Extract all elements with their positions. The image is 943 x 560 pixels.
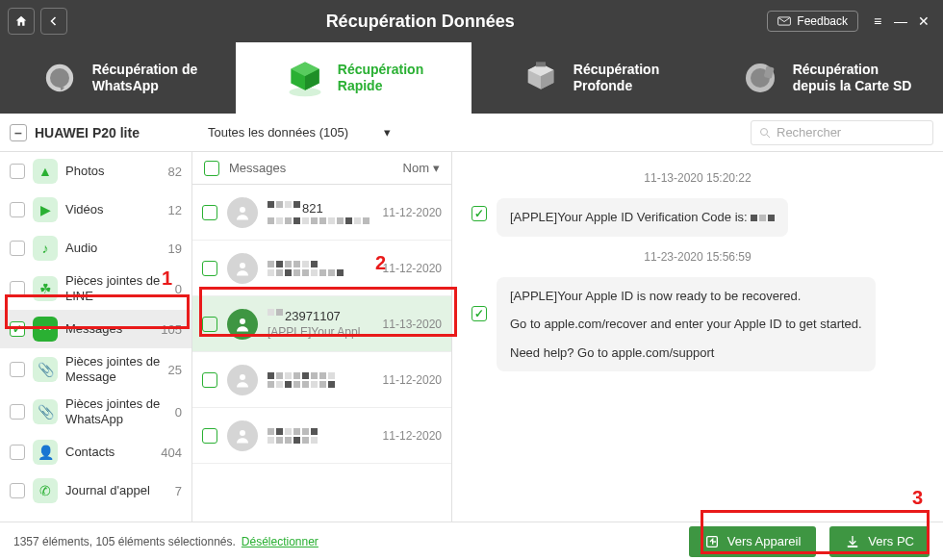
checkbox[interactable] — [10, 483, 25, 498]
cube-quick-icon — [284, 57, 326, 99]
sidebar-item-photos[interactable]: ▲ Photos 82 — [0, 152, 191, 191]
close-button[interactable]: ✕ — [914, 13, 933, 29]
toolbar: – HUAWEI P20 lite Toutes les données (10… — [0, 114, 943, 152]
sd-card-icon — [739, 57, 781, 99]
chevron-down-icon: ▾ — [384, 125, 391, 140]
thread-row[interactable]: 23971107 [APPLE]Your Apple ID i... 11-13… — [192, 296, 451, 352]
sidebar-item-call-log[interactable]: ✆ Journal d'appel 7 — [0, 471, 191, 510]
checkbox[interactable] — [10, 202, 25, 217]
preview-pane: 11-13-2020 15:20:22 [APPLE]Your Apple ID… — [452, 152, 943, 522]
chat-icon — [38, 57, 81, 99]
message-row[interactable]: [APPLE]Your Apple ID Verification Code i… — [472, 198, 924, 237]
sidebar-item-count: 12 — [168, 203, 182, 217]
thread-row[interactable]: 11-12-2020 — [192, 408, 451, 464]
avatar — [227, 365, 258, 395]
checkbox[interactable] — [202, 205, 217, 220]
mode-tabs: Récupération de WhatsApp Récupération Ra… — [0, 42, 943, 114]
mode-label: Récupération Profonde — [573, 62, 659, 95]
checkbox[interactable] — [10, 445, 25, 460]
thread-number — [268, 372, 373, 379]
checkbox[interactable] — [202, 372, 217, 388]
thread-number: 23971107 — [268, 309, 373, 323]
sidebar-item-count: 105 — [161, 322, 182, 337]
thread-number — [268, 428, 373, 435]
sidebar-item-count: 404 — [161, 445, 182, 460]
mode-label: Récupération de WhatsApp — [92, 62, 198, 95]
checkbox[interactable] — [202, 317, 217, 332]
thread-row[interactable]: 11-12-2020 — [192, 241, 451, 296]
collapse-icon: – — [10, 124, 27, 141]
sidebar-item-label: Pièces jointes de Message — [65, 354, 161, 384]
select-all-checkbox[interactable] — [204, 161, 219, 176]
sidebar-item-count: 82 — [168, 165, 182, 179]
search-input[interactable]: Rechercher — [751, 120, 933, 145]
back-button[interactable] — [40, 8, 67, 35]
svg-line-15 — [767, 135, 770, 138]
phone-icon: ✆ — [33, 478, 58, 503]
checkbox[interactable] — [472, 306, 487, 321]
checkbox[interactable] — [10, 321, 25, 337]
sidebar-item-label: Vidéos — [65, 202, 161, 217]
sidebar-item-message-attachments[interactable]: 📎 Pièces jointes de Message 25 — [0, 348, 191, 391]
message-row[interactable]: [APPLE]Your Apple ID is now ready to be … — [472, 277, 924, 372]
avatar — [227, 253, 258, 284]
svg-point-18 — [240, 318, 245, 324]
to-pc-button[interactable]: Vers PC — [829, 526, 930, 557]
checkbox[interactable] — [10, 281, 25, 296]
sidebar-item-label: Pièces jointes de WhatsApp — [65, 396, 167, 426]
thread-list: Messages Nom ▾ 821 11-12-2020 — [192, 152, 452, 522]
thread-number — [268, 261, 373, 267]
svg-rect-10 — [536, 62, 546, 66]
search-placeholder: Rechercher — [777, 125, 841, 140]
thread-preview — [268, 437, 373, 444]
checkbox[interactable] — [10, 404, 25, 420]
svg-point-19 — [240, 374, 245, 380]
sort-label[interactable]: Nom — [403, 161, 429, 175]
checkbox[interactable] — [202, 261, 217, 276]
checkbox[interactable] — [202, 428, 217, 444]
thread-preview — [268, 381, 373, 388]
sidebar-item-label: Audio — [65, 241, 161, 256]
svg-rect-23 — [848, 546, 858, 547]
minimize-button[interactable]: — — [891, 13, 910, 29]
mode-deep[interactable]: Récupération Profonde — [472, 42, 707, 114]
menu-button[interactable]: ≡ — [868, 13, 887, 29]
export-device-icon — [704, 534, 720, 549]
sidebar-item-whatsapp-attachments[interactable]: 📎 Pièces jointes de WhatsApp 0 — [0, 391, 191, 433]
checkbox[interactable] — [472, 206, 487, 221]
contact-icon: 👤 — [33, 440, 58, 465]
home-icon — [14, 14, 28, 28]
thread-row[interactable]: 11-12-2020 — [192, 352, 451, 408]
mode-label: Récupération Rapide — [338, 62, 423, 95]
checkbox[interactable] — [10, 164, 25, 179]
sidebar-item-audio[interactable]: ♪ Audio 19 — [0, 229, 191, 267]
feedback-button[interactable]: Feedback — [767, 11, 858, 32]
filter-dropdown[interactable]: Toutes les données (105) ▾ — [208, 125, 391, 140]
thread-row[interactable]: 821 11-12-2020 — [192, 185, 451, 241]
line-icon: ☘ — [33, 276, 58, 301]
checkbox[interactable] — [10, 362, 25, 377]
annotation-number-3: 3 — [912, 487, 923, 509]
sidebar-item-contacts[interactable]: 👤 Contacts 404 — [0, 433, 191, 471]
sidebar-item-videos[interactable]: ▶ Vidéos 12 — [0, 191, 191, 229]
deselect-link[interactable]: Désélectionner — [242, 535, 319, 548]
message-icon: ⋯ — [33, 317, 58, 342]
chevron-down-icon: ▾ — [433, 161, 440, 175]
mode-sd[interactable]: Récupération depuis la Carte SD — [707, 42, 943, 114]
home-button[interactable] — [8, 8, 35, 35]
svg-point-20 — [240, 430, 245, 436]
sidebar-item-messages[interactable]: ⋯ Messages 105 — [0, 310, 191, 348]
to-device-button[interactable]: Vers Appareil — [689, 526, 817, 557]
mode-quick[interactable]: Récupération Rapide — [236, 42, 472, 114]
sidebar-item-count: 19 — [168, 242, 182, 256]
thread-preview: [APPLE]Your Apple ID i... — [268, 325, 373, 339]
checkbox[interactable] — [10, 241, 25, 256]
video-icon: ▶ — [33, 197, 58, 222]
device-selector[interactable]: – HUAWEI P20 lite — [10, 124, 192, 141]
sidebar: ▲ Photos 82 ▶ Vidéos 12 ♪ Audio 19 ☘ Piè… — [0, 152, 192, 522]
thread-preview — [268, 269, 373, 276]
thread-number: 821 — [268, 201, 373, 216]
mode-whatsapp[interactable]: Récupération de WhatsApp — [0, 42, 236, 114]
main-area: ▲ Photos 82 ▶ Vidéos 12 ♪ Audio 19 ☘ Piè… — [0, 152, 943, 522]
download-icon — [845, 534, 860, 549]
